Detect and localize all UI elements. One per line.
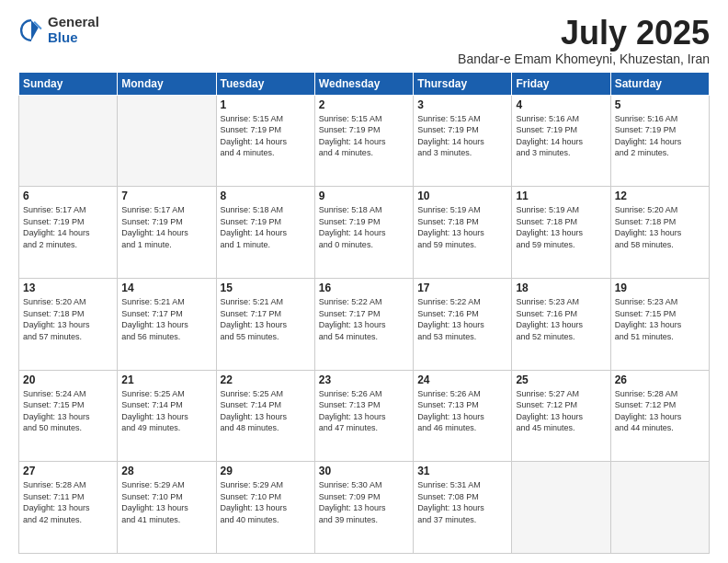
- day-number: 15: [221, 282, 311, 294]
- day-number: 29: [221, 465, 311, 477]
- day-number: 23: [319, 373, 409, 386]
- day-info: Sunrise: 5:15 AM Sunset: 7:19 PM Dayligh…: [319, 113, 409, 159]
- day-number: 7: [121, 190, 211, 202]
- day-number: 11: [516, 190, 606, 202]
- day-info: Sunrise: 5:16 AM Sunset: 7:19 PM Dayligh…: [516, 113, 606, 159]
- day-number: 18: [516, 282, 606, 294]
- table-row: 18Sunrise: 5:23 AM Sunset: 7:16 PM Dayli…: [512, 278, 610, 370]
- table-row: 10Sunrise: 5:19 AM Sunset: 7:18 PM Dayli…: [414, 187, 512, 279]
- table-row: 3Sunrise: 5:15 AM Sunset: 7:19 PM Daylig…: [414, 95, 512, 187]
- title-month: July 2025: [458, 15, 710, 52]
- table-row: [610, 462, 709, 554]
- table-row: 16Sunrise: 5:22 AM Sunset: 7:17 PM Dayli…: [314, 278, 413, 370]
- day-number: 19: [615, 282, 705, 294]
- table-row: 21Sunrise: 5:25 AM Sunset: 7:14 PM Dayli…: [118, 370, 216, 462]
- day-number: 30: [319, 465, 409, 477]
- day-number: 1: [221, 98, 311, 111]
- table-row: 12Sunrise: 5:20 AM Sunset: 7:18 PM Dayli…: [610, 187, 709, 279]
- table-row: 25Sunrise: 5:27 AM Sunset: 7:12 PM Dayli…: [512, 370, 610, 462]
- day-info: Sunrise: 5:25 AM Sunset: 7:14 PM Dayligh…: [221, 388, 311, 434]
- day-info: Sunrise: 5:20 AM Sunset: 7:18 PM Dayligh…: [615, 204, 705, 250]
- day-info: Sunrise: 5:19 AM Sunset: 7:18 PM Dayligh…: [516, 204, 606, 250]
- day-number: 27: [23, 465, 113, 477]
- header-saturday: Saturday: [610, 72, 709, 95]
- day-info: Sunrise: 5:21 AM Sunset: 7:17 PM Dayligh…: [221, 296, 311, 342]
- table-row: 1Sunrise: 5:15 AM Sunset: 7:19 PM Daylig…: [216, 95, 314, 187]
- header: General Blue July 2025 Bandar-e Emam Kho…: [18, 15, 710, 66]
- table-row: 28Sunrise: 5:29 AM Sunset: 7:10 PM Dayli…: [118, 462, 216, 554]
- day-info: Sunrise: 5:16 AM Sunset: 7:19 PM Dayligh…: [615, 113, 705, 159]
- header-wednesday: Wednesday: [314, 72, 413, 95]
- day-number: 12: [615, 190, 705, 202]
- logo: General Blue: [18, 15, 99, 45]
- table-row: 15Sunrise: 5:21 AM Sunset: 7:17 PM Dayli…: [216, 278, 314, 370]
- day-number: 20: [23, 373, 113, 386]
- logo-icon: [18, 17, 44, 43]
- day-info: Sunrise: 5:26 AM Sunset: 7:13 PM Dayligh…: [417, 388, 507, 434]
- day-info: Sunrise: 5:23 AM Sunset: 7:15 PM Dayligh…: [615, 296, 705, 342]
- day-number: 3: [417, 98, 507, 111]
- table-row: 7Sunrise: 5:17 AM Sunset: 7:19 PM Daylig…: [118, 187, 216, 279]
- day-info: Sunrise: 5:17 AM Sunset: 7:19 PM Dayligh…: [23, 204, 113, 250]
- table-row: 27Sunrise: 5:28 AM Sunset: 7:11 PM Dayli…: [19, 462, 118, 554]
- calendar-week-row: 27Sunrise: 5:28 AM Sunset: 7:11 PM Dayli…: [19, 462, 710, 554]
- table-row: 5Sunrise: 5:16 AM Sunset: 7:19 PM Daylig…: [610, 95, 709, 187]
- table-row: 29Sunrise: 5:29 AM Sunset: 7:10 PM Dayli…: [216, 462, 314, 554]
- calendar-table: Sunday Monday Tuesday Wednesday Thursday…: [18, 72, 710, 554]
- day-number: 28: [121, 465, 211, 477]
- day-number: 31: [417, 465, 507, 477]
- table-row: 14Sunrise: 5:21 AM Sunset: 7:17 PM Dayli…: [118, 278, 216, 370]
- day-number: 17: [417, 282, 507, 294]
- day-info: Sunrise: 5:24 AM Sunset: 7:15 PM Dayligh…: [23, 388, 113, 434]
- title-location: Bandar-e Emam Khomeyni, Khuzestan, Iran: [458, 52, 710, 66]
- table-row: 9Sunrise: 5:18 AM Sunset: 7:19 PM Daylig…: [314, 187, 413, 279]
- day-number: 10: [417, 190, 507, 202]
- day-number: 21: [121, 373, 211, 386]
- table-row: 26Sunrise: 5:28 AM Sunset: 7:12 PM Dayli…: [610, 370, 709, 462]
- table-row: 4Sunrise: 5:16 AM Sunset: 7:19 PM Daylig…: [512, 95, 610, 187]
- day-info: Sunrise: 5:19 AM Sunset: 7:18 PM Dayligh…: [417, 204, 507, 250]
- day-info: Sunrise: 5:15 AM Sunset: 7:19 PM Dayligh…: [417, 113, 507, 159]
- day-info: Sunrise: 5:22 AM Sunset: 7:16 PM Dayligh…: [417, 296, 507, 342]
- day-info: Sunrise: 5:15 AM Sunset: 7:19 PM Dayligh…: [221, 113, 311, 159]
- day-info: Sunrise: 5:29 AM Sunset: 7:10 PM Dayligh…: [221, 479, 311, 525]
- day-number: 22: [221, 373, 311, 386]
- header-monday: Monday: [118, 72, 216, 95]
- logo-blue-text: Blue: [48, 30, 99, 46]
- day-info: Sunrise: 5:22 AM Sunset: 7:17 PM Dayligh…: [319, 296, 409, 342]
- table-row: 13Sunrise: 5:20 AM Sunset: 7:18 PM Dayli…: [19, 278, 118, 370]
- day-info: Sunrise: 5:26 AM Sunset: 7:13 PM Dayligh…: [319, 388, 409, 434]
- day-info: Sunrise: 5:18 AM Sunset: 7:19 PM Dayligh…: [221, 204, 311, 250]
- header-friday: Friday: [512, 72, 610, 95]
- day-number: 2: [319, 98, 409, 111]
- day-number: 24: [417, 373, 507, 386]
- calendar-week-row: 13Sunrise: 5:20 AM Sunset: 7:18 PM Dayli…: [19, 278, 710, 370]
- logo-general-text: General: [48, 15, 99, 30]
- day-info: Sunrise: 5:28 AM Sunset: 7:12 PM Dayligh…: [615, 388, 705, 434]
- table-row: 6Sunrise: 5:17 AM Sunset: 7:19 PM Daylig…: [19, 187, 118, 279]
- table-row: 19Sunrise: 5:23 AM Sunset: 7:15 PM Dayli…: [610, 278, 709, 370]
- header-sunday: Sunday: [19, 72, 118, 95]
- calendar-week-row: 1Sunrise: 5:15 AM Sunset: 7:19 PM Daylig…: [19, 95, 710, 187]
- header-thursday: Thursday: [414, 72, 512, 95]
- table-row: 24Sunrise: 5:26 AM Sunset: 7:13 PM Dayli…: [414, 370, 512, 462]
- day-info: Sunrise: 5:31 AM Sunset: 7:08 PM Dayligh…: [417, 479, 507, 525]
- table-row: 20Sunrise: 5:24 AM Sunset: 7:15 PM Dayli…: [19, 370, 118, 462]
- table-row: 30Sunrise: 5:30 AM Sunset: 7:09 PM Dayli…: [314, 462, 413, 554]
- table-row: 31Sunrise: 5:31 AM Sunset: 7:08 PM Dayli…: [414, 462, 512, 554]
- day-number: 5: [615, 98, 705, 111]
- day-info: Sunrise: 5:21 AM Sunset: 7:17 PM Dayligh…: [121, 296, 211, 342]
- day-number: 8: [221, 190, 311, 202]
- day-info: Sunrise: 5:28 AM Sunset: 7:11 PM Dayligh…: [23, 479, 113, 525]
- table-row: 22Sunrise: 5:25 AM Sunset: 7:14 PM Dayli…: [216, 370, 314, 462]
- day-info: Sunrise: 5:20 AM Sunset: 7:18 PM Dayligh…: [23, 296, 113, 342]
- table-row: [512, 462, 610, 554]
- calendar-header-row: Sunday Monday Tuesday Wednesday Thursday…: [19, 72, 710, 95]
- day-info: Sunrise: 5:29 AM Sunset: 7:10 PM Dayligh…: [121, 479, 211, 525]
- day-info: Sunrise: 5:27 AM Sunset: 7:12 PM Dayligh…: [516, 388, 606, 434]
- header-tuesday: Tuesday: [216, 72, 314, 95]
- day-number: 13: [23, 282, 113, 294]
- table-row: 8Sunrise: 5:18 AM Sunset: 7:19 PM Daylig…: [216, 187, 314, 279]
- table-row: [118, 95, 216, 187]
- table-row: 2Sunrise: 5:15 AM Sunset: 7:19 PM Daylig…: [314, 95, 413, 187]
